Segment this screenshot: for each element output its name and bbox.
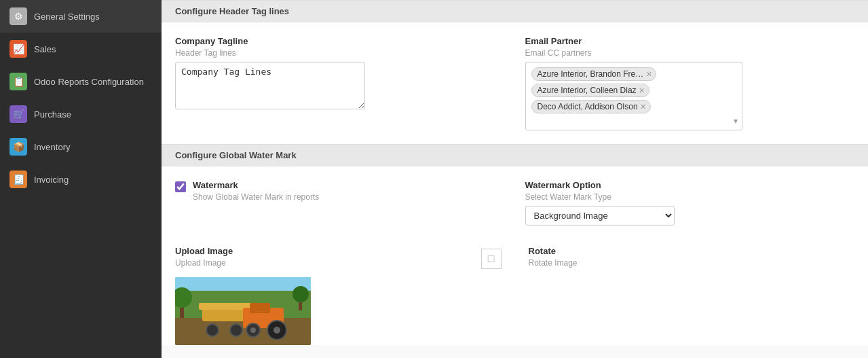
header-tag-lines-section-header: Configure Header Tag lines: [162, 0, 868, 22]
svg-rect-14: [180, 308, 184, 318]
watermark-option-hint: Select Water Mark Type: [525, 192, 855, 202]
sidebar-item-label: General Settings: [34, 12, 100, 22]
svg-rect-16: [299, 302, 302, 310]
upload-image-text: Upload Image Upload Image: [175, 246, 233, 272]
company-tagline-label: Company Tagline: [175, 36, 505, 46]
watermark-left-col: Watermark Show Global Water Mark in repo…: [175, 180, 505, 226]
sidebar-item-sales[interactable]: 📈 Sales: [0, 33, 162, 65]
email-tag-1: Azure Interior, Brandon Fre… ×: [531, 67, 657, 81]
sidebar-item-odoo-reports[interactable]: 📋 Odoo Reports Configuration: [0, 65, 162, 98]
upload-image-hint: Upload Image: [175, 258, 233, 268]
watermark-text-col: Watermark Show Global Water Mark in repo…: [193, 180, 319, 206]
upload-image-button[interactable]: □: [481, 249, 502, 269]
sidebar-item-label: Invoicing: [34, 175, 69, 185]
sidebar-item-inventory[interactable]: 📦 Inventory: [0, 130, 162, 163]
watermark-section-header: Configure Global Water Mark: [162, 144, 868, 166]
main-content: Configure Header Tag lines Company Tagli…: [162, 0, 868, 358]
header-tag-lines-columns: Company Tagline Header Tag lines Company…: [175, 36, 854, 130]
email-tag-2-remove[interactable]: ×: [639, 86, 645, 95]
svg-point-10: [273, 327, 280, 334]
image-preview: [175, 277, 311, 345]
upload-box-icon: □: [488, 253, 495, 265]
upload-section: Upload Image Upload Image □: [162, 239, 868, 345]
purchase-icon: 🛒: [10, 105, 27, 123]
invoicing-icon: 🧾: [10, 171, 27, 188]
email-tag-3-remove[interactable]: ×: [641, 102, 646, 111]
rotate-hint: Rotate Image: [529, 258, 855, 268]
sidebar-item-label: Odoo Reports Configuration: [34, 77, 144, 87]
email-tag-1-text: Azure Interior, Brandon Fre…: [537, 69, 644, 79]
sidebar-item-general-settings[interactable]: ⚙ General Settings: [0, 0, 162, 33]
svg-point-11: [206, 324, 219, 336]
company-tagline-input[interactable]: Company Tag Lines: [175, 62, 365, 109]
email-tag-1-remove[interactable]: ×: [646, 69, 652, 79]
header-tag-lines-title: Configure Header Tag lines: [175, 6, 289, 16]
watermark-type-select[interactable]: Background Image Text Watermark: [525, 206, 675, 226]
svg-point-12: [230, 324, 242, 336]
company-tagline-hint: Header Tag lines: [175, 48, 505, 58]
watermark-field-label: Watermark: [193, 180, 319, 190]
email-tag-2-text: Azure Interior, Colleen Diaz: [537, 86, 637, 95]
rotate-label: Rotate: [529, 246, 855, 256]
svg-point-15: [293, 286, 309, 302]
email-partner-label: Email Partner: [525, 36, 855, 46]
watermark-field-hint: Show Global Water Mark in reports: [193, 192, 319, 202]
reports-icon: 📋: [10, 73, 27, 90]
watermark-title: Configure Global Water Mark: [175, 150, 297, 160]
email-tag-2: Azure Interior, Colleen Diaz ×: [531, 84, 649, 97]
watermark-option-col: Watermark Option Select Water Mark Type …: [525, 180, 855, 226]
email-partner-input[interactable]: [530, 117, 584, 126]
gear-icon: ⚙: [10, 7, 27, 25]
watermark-option-label: Watermark Option: [525, 180, 855, 190]
rotate-col: Rotate Rotate Image: [529, 246, 855, 345]
upload-image-label: Upload Image: [175, 246, 233, 256]
preview-svg: [175, 277, 311, 345]
chart-icon: 📈: [10, 40, 27, 58]
sidebar-item-purchase[interactable]: 🛒 Purchase: [0, 98, 162, 130]
svg-point-9: [250, 327, 256, 333]
email-tag-3-text: Deco Addict, Addison Olson: [537, 102, 638, 111]
email-partner-box[interactable]: Azure Interior, Brandon Fre… × Azure Int…: [525, 62, 742, 130]
watermark-row: Watermark Show Global Water Mark in repo…: [175, 180, 854, 226]
company-tagline-col: Company Tagline Header Tag lines Company…: [175, 36, 505, 130]
dropdown-arrow-icon[interactable]: ▾: [734, 116, 738, 126]
inventory-icon: 📦: [10, 138, 27, 156]
sidebar-item-label: Sales: [34, 44, 56, 54]
email-tag-3: Deco Addict, Addison Olson ×: [531, 100, 651, 113]
sidebar-item-label: Inventory: [34, 142, 70, 152]
upload-row: Upload Image Upload Image □: [175, 246, 854, 345]
email-input-row: [530, 117, 738, 126]
svg-rect-6: [250, 303, 270, 313]
sidebar-item-label: Purchase: [34, 109, 71, 120]
sidebar-item-invoicing[interactable]: 🧾 Invoicing: [0, 163, 162, 196]
header-tag-lines-body: Company Tagline Header Tag lines Company…: [162, 22, 868, 144]
email-partner-hint: Email CC partners: [525, 48, 855, 58]
upload-image-col: Upload Image Upload Image □: [175, 246, 502, 345]
sidebar: ⚙ General Settings 📈 Sales 📋 Odoo Report…: [0, 0, 162, 358]
watermark-checkbox[interactable]: [175, 181, 186, 192]
email-partner-col: Email Partner Email CC partners Azure In…: [525, 36, 855, 130]
watermark-body: Watermark Show Global Water Mark in repo…: [162, 166, 868, 239]
